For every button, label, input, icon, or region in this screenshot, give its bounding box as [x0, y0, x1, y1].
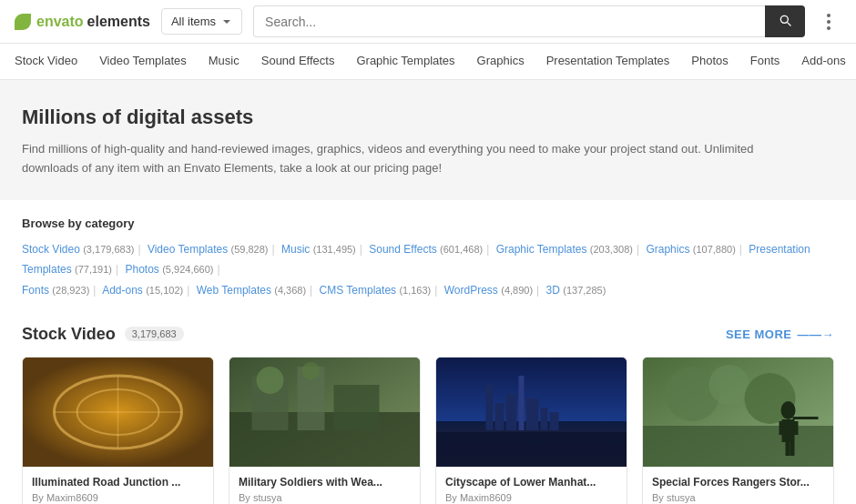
- search-icon: [778, 13, 792, 27]
- svg-rect-33: [793, 417, 819, 419]
- hero-description: Find millions of high-quality and hand-r…: [22, 140, 769, 178]
- card-title-4: Special Forces Rangers Stor...: [652, 476, 824, 489]
- filter-dropdown[interactable]: All items: [161, 8, 242, 35]
- browse-link-graphic-templates[interactable]: Graphic Templates: [496, 243, 587, 256]
- nav-item-graphics[interactable]: Graphics: [466, 44, 535, 80]
- card-info-2: Military Soldiers with Wea... By stusya: [229, 467, 420, 504]
- svg-rect-20: [550, 412, 559, 430]
- browse-title: Browse by category: [22, 217, 834, 230]
- browse-link-graphics[interactable]: Graphics: [646, 243, 689, 256]
- svg-rect-21: [436, 432, 627, 467]
- browse-link-photos[interactable]: Photos: [126, 263, 159, 276]
- search-input[interactable]: [253, 5, 765, 37]
- chevron-down-icon: [221, 16, 232, 27]
- card-2: Military Soldiers with Wea... By stusya: [229, 357, 421, 504]
- browse-link-fonts[interactable]: Fonts: [22, 284, 49, 297]
- arrow-right-icon: ——→: [798, 328, 835, 341]
- svg-rect-14: [486, 385, 494, 430]
- svg-rect-16: [506, 394, 517, 430]
- svg-rect-18: [526, 398, 539, 430]
- card-author-4: By stusya: [652, 492, 824, 503]
- search-button[interactable]: [765, 5, 805, 37]
- card-title-1: Illuminated Road Junction ...: [32, 476, 204, 489]
- envato-leaf-icon: [15, 14, 31, 30]
- nav-item-graphic-templates[interactable]: Graphic Templates: [345, 44, 465, 80]
- more-menu-button[interactable]: [816, 9, 841, 35]
- browse-link-music[interactable]: Music: [281, 243, 310, 256]
- browse-link-wordpress[interactable]: WordPress: [444, 284, 498, 297]
- search-bar: [253, 5, 805, 37]
- browse-section: Browse by category Stock Video (3,179,68…: [0, 200, 856, 310]
- nav-item-video-templates[interactable]: Video Templates: [88, 44, 198, 80]
- browse-link-3d[interactable]: 3D: [546, 284, 560, 297]
- browse-link-video-templates[interactable]: Video Templates: [148, 243, 228, 256]
- svg-rect-15: [495, 403, 504, 430]
- card-author-1: By Maxim8609: [32, 492, 204, 503]
- header: envatoelements All items: [0, 0, 856, 44]
- card-title-2: Military Soldiers with Wea...: [239, 476, 411, 489]
- card-thumbnail-2: [229, 358, 420, 467]
- nav-item-stock-video[interactable]: Stock Video: [15, 44, 88, 80]
- see-more-button[interactable]: SEE MORE ——→: [726, 328, 834, 341]
- card-4: Special Forces Rangers Stor... By stusya: [642, 357, 834, 504]
- svg-rect-28: [782, 419, 795, 442]
- filter-label: All items: [171, 15, 216, 28]
- browse-link-sound-effects[interactable]: Sound Effects: [369, 243, 437, 256]
- card-author-2: By stusya: [239, 492, 411, 503]
- logo-envato-text: envato: [36, 14, 84, 30]
- card-thumbnail-1: [23, 358, 213, 467]
- card-author-3: By Maxim8609: [445, 492, 617, 503]
- svg-rect-19: [541, 408, 548, 430]
- stock-video-section: Stock Video 3,179,683 SEE MORE ——→: [0, 310, 856, 504]
- browse-link-cms-templates[interactable]: CMS Templates: [320, 284, 396, 297]
- nav-item-music[interactable]: Music: [198, 44, 250, 80]
- nav-item-fonts[interactable]: Fonts: [739, 44, 791, 80]
- card-info-4: Special Forces Rangers Stor... By stusya: [643, 467, 833, 504]
- card-1: Illuminated Road Junction ... By Maxim86…: [22, 357, 214, 504]
- logo-elements-text: elements: [87, 14, 150, 30]
- card-info-1: Illuminated Road Junction ... By Maxim86…: [23, 467, 213, 504]
- svg-rect-23: [643, 426, 833, 467]
- svg-point-25: [709, 365, 749, 405]
- card-info-3: Cityscape of Lower Manhat... By Maxim860…: [436, 467, 627, 504]
- section-title: Stock Video 3,179,683: [22, 325, 184, 344]
- see-more-label: SEE MORE: [726, 328, 792, 341]
- browse-links: Stock Video (3,179,683)| Video Templates…: [22, 239, 834, 301]
- svg-rect-17: [519, 376, 525, 430]
- svg-rect-32: [790, 442, 795, 456]
- card-3: Cityscape of Lower Manhat... By Maxim860…: [435, 357, 627, 504]
- svg-rect-31: [786, 442, 790, 456]
- hero-title: Millions of digital assets: [22, 106, 834, 129]
- section-header: Stock Video 3,179,683 SEE MORE ——→: [22, 325, 834, 344]
- nav-item-sound-effects[interactable]: Sound Effects: [250, 44, 346, 80]
- svg-point-10: [257, 367, 284, 394]
- browse-link-addons[interactable]: Add-ons: [102, 284, 143, 297]
- browse-link-web-templates[interactable]: Web Templates: [197, 284, 271, 297]
- logo: envatoelements: [15, 14, 150, 30]
- nav-item-presentation-templates[interactable]: Presentation Templates: [535, 44, 681, 80]
- cards-grid: Illuminated Road Junction ... By Maxim86…: [22, 357, 834, 504]
- card-title-3: Cityscape of Lower Manhat...: [445, 476, 617, 489]
- svg-rect-29: [780, 421, 784, 435]
- nav-item-addons[interactable]: Add-ons: [790, 44, 856, 80]
- browse-link-stock-video[interactable]: Stock Video: [22, 243, 80, 256]
- nav-item-photos[interactable]: Photos: [680, 44, 739, 80]
- card-thumbnail-4: [643, 358, 833, 467]
- section-count-badge: 3,179,683: [125, 327, 184, 341]
- svg-point-11: [302, 362, 321, 380]
- more-menu-dots-icon: [827, 14, 831, 30]
- card-thumbnail-3: [436, 358, 627, 467]
- section-heading: Stock Video: [22, 325, 116, 344]
- svg-rect-30: [794, 421, 799, 435]
- hero-section: Millions of digital assets Find millions…: [0, 80, 856, 200]
- main-nav: Stock Video Video Templates Music Sound …: [0, 44, 856, 80]
- svg-rect-9: [334, 385, 380, 430]
